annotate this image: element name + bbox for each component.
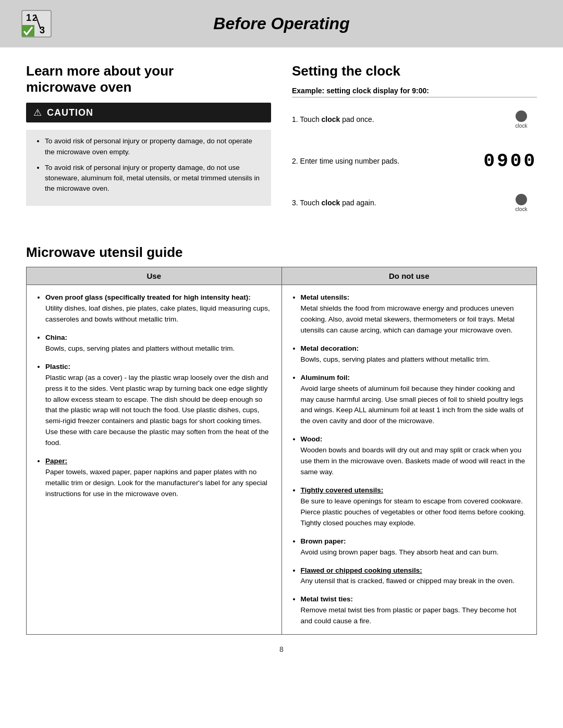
logo: 1 2 3 xyxy=(21,9,52,38)
clock-step-2-text: 2. Enter time using number pads. xyxy=(292,156,484,167)
clock-button-3 xyxy=(516,194,527,205)
right-column: Setting the clock Example: setting clock… xyxy=(292,63,537,229)
warning-icon: ⚠ xyxy=(33,107,42,118)
dnu-item-aluminum-foil: Aluminum foil: Avoid large sheets of alu… xyxy=(301,373,529,427)
clock-button-1 xyxy=(516,110,527,122)
dnu-item-metal-decoration: Metal decoration: Bowls, cups, serving p… xyxy=(301,343,529,365)
utensil-section: Microwave utensil guide Use Do not use O… xyxy=(26,244,537,635)
use-list: Oven proof glass (specifically treated f… xyxy=(35,292,273,500)
top-section: Learn more about your microwave oven ⚠ C… xyxy=(26,63,537,229)
dnu-item-metal-utensils: Metal utensils: Metal shields the food f… xyxy=(301,292,529,336)
clock-button-3-label: clock xyxy=(516,206,528,212)
caution-header: ⚠ CAUTION xyxy=(26,103,271,122)
right-section-heading: Setting the clock xyxy=(292,63,537,79)
svg-text:1: 1 xyxy=(26,13,31,23)
main-content: Learn more about your microwave oven ⚠ C… xyxy=(0,47,563,677)
caution-list: To avoid risk of personal injury or prop… xyxy=(34,136,263,194)
use-item-paper: Paper: Paper towels, waxed paper, paper … xyxy=(45,456,273,500)
dnu-item-tightly-covered: Tightly covered utensils: Be sure to lea… xyxy=(301,485,529,529)
use-item-plastic: Plastic: Plastic wrap (as a cover) - lay… xyxy=(45,362,273,449)
use-item-china: China: Bowls, cups, serving plates and p… xyxy=(45,332,273,354)
utensil-table: Use Do not use Oven proof glass (specifi… xyxy=(26,267,537,635)
clock-digits: 0900 xyxy=(484,151,537,172)
clock-step-1-icon: clock xyxy=(506,110,537,129)
col-do-not-use-header: Do not use xyxy=(282,267,537,285)
clock-button-1-label: clock xyxy=(516,123,528,129)
svg-text:3: 3 xyxy=(40,25,45,35)
clock-step-2: 2. Enter time using number pads. 0900 xyxy=(292,145,537,177)
svg-rect-5 xyxy=(22,25,34,36)
dnu-item-wood: Wood: Wooden bowls and boards will dry o… xyxy=(301,434,529,478)
do-not-use-list: Metal utensils: Metal shields the food f… xyxy=(290,292,529,627)
clock-step-3: 3. Touch clock pad again. clock xyxy=(292,187,537,218)
clock-step-3-text: 3. Touch clock pad again. xyxy=(292,198,506,208)
use-column: Oven proof glass (specifically treated f… xyxy=(27,285,282,635)
clock-example-label: Example: setting clock display for 9:00: xyxy=(292,87,537,97)
col-use-header: Use xyxy=(27,267,282,285)
page-number: 8 xyxy=(26,645,537,662)
caution-label: CAUTION xyxy=(47,107,93,118)
dnu-item-flawed: Flawed or chipped cooking utensils: Any … xyxy=(301,565,529,587)
dnu-item-brown-paper: Brown paper: Avoid using brown paper bag… xyxy=(301,536,529,558)
clock-step-3-icon: clock xyxy=(506,194,537,212)
utensil-heading: Microwave utensil guide xyxy=(26,244,537,261)
dnu-item-twist-ties: Metal twist ties: Remove metal twist tie… xyxy=(301,594,529,627)
left-column: Learn more about your microwave oven ⚠ C… xyxy=(26,63,271,229)
caution-content: To avoid risk of personal injury or prop… xyxy=(26,130,271,205)
do-not-use-column: Metal utensils: Metal shields the food f… xyxy=(282,285,537,635)
clock-step-2-icon: 0900 xyxy=(484,151,537,172)
page-header: 1 2 3 Before Operating xyxy=(0,0,563,47)
caution-item-2: To avoid risk of personal injury or prop… xyxy=(45,163,263,194)
page-title: Before Operating xyxy=(68,14,542,33)
use-item-glass: Oven proof glass (specifically treated f… xyxy=(45,292,273,325)
caution-item-1: To avoid risk of personal injury or prop… xyxy=(45,136,263,157)
clock-step-1: 1. Touch clock pad once. clock xyxy=(292,104,537,135)
clock-step-1-text: 1. Touch clock pad once. xyxy=(292,114,506,125)
left-section-heading: Learn more about your microwave oven xyxy=(26,63,271,95)
